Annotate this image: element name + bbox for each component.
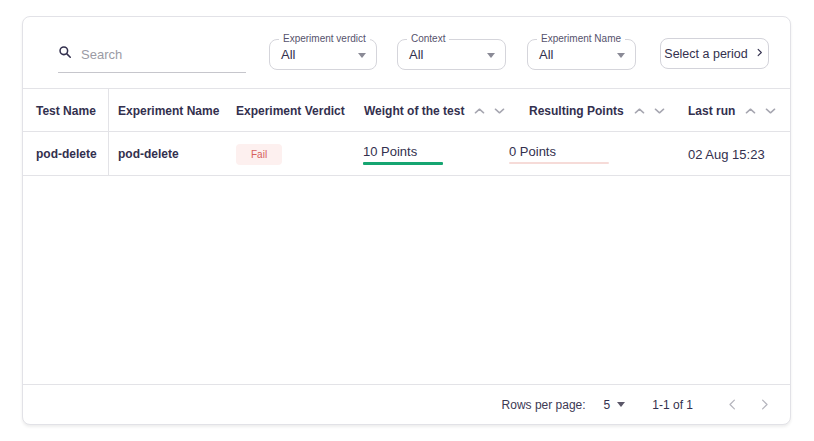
select-period-label: Select a period: [664, 47, 747, 61]
column-header-experiment-name: Experiment Name: [118, 89, 219, 132]
weight-progress-bar: [363, 162, 443, 165]
weight-value: 10 Points: [363, 144, 443, 159]
caret-down-icon: [487, 53, 495, 58]
rows-per-page-select[interactable]: 5: [604, 398, 626, 412]
cell-experiment-name: pod-delete: [118, 132, 179, 176]
cell-weight: 10 Points: [363, 132, 443, 176]
previous-page-button[interactable]: [723, 395, 742, 414]
column-header-last-run: Last run: [688, 89, 776, 132]
cell-test-name: pod-delete: [36, 132, 97, 176]
sort-descending-icon[interactable]: [765, 107, 776, 115]
page: Experiment verdict All Context All Exper…: [0, 0, 814, 441]
next-page-button[interactable]: [755, 395, 774, 414]
context-select-value: All: [409, 40, 423, 69]
table-row[interactable]: pod-delete pod-delete Fail 10 Points 0 P…: [23, 132, 790, 176]
column-header-weight-label: Weight of the test: [364, 104, 464, 118]
resulting-points-sorters: [634, 107, 665, 115]
page-range-label: 1-1 of 1: [652, 398, 693, 412]
sort-ascending-icon[interactable]: [474, 107, 485, 115]
experiment-verdict-select-value: All: [281, 40, 295, 69]
sort-descending-icon[interactable]: [494, 107, 505, 115]
first-column-divider: [108, 89, 109, 176]
resulting-points-track-bar: [509, 162, 609, 164]
resulting-points-value: 0 Points: [509, 144, 609, 159]
last-run-sorters: [745, 107, 776, 115]
sort-ascending-icon[interactable]: [745, 107, 756, 115]
cell-last-run: 02 Aug 15:23: [688, 132, 765, 176]
verdict-fail-badge: Fail: [236, 144, 282, 165]
column-header-resulting-points: Resulting Points: [529, 89, 665, 132]
sort-ascending-icon[interactable]: [634, 107, 645, 115]
column-header-weight: Weight of the test: [364, 89, 505, 132]
rows-per-page-label: Rows per page:: [502, 398, 586, 412]
table-header-row: Test Name Experiment Name Experiment Ver…: [23, 89, 790, 132]
pager: [723, 395, 774, 414]
experiment-name-select[interactable]: Experiment Name All: [527, 39, 636, 70]
chevron-right-icon: [757, 397, 772, 412]
caret-down-icon: [358, 53, 366, 58]
experiment-verdict-select[interactable]: Experiment verdict All: [269, 39, 377, 70]
search-icon: [58, 45, 72, 63]
cell-resulting-points: 0 Points: [509, 132, 609, 176]
sort-descending-icon[interactable]: [654, 107, 665, 115]
experiment-name-select-value: All: [539, 40, 553, 69]
chevron-left-icon: [725, 397, 740, 412]
column-header-last-run-label: Last run: [688, 104, 735, 118]
column-header-resulting-points-label: Resulting Points: [529, 104, 624, 118]
column-header-test-name: Test Name: [36, 89, 96, 132]
context-select[interactable]: Context All: [397, 39, 506, 70]
search-input[interactable]: [81, 47, 231, 62]
caret-down-icon: [617, 402, 625, 407]
chevron-right-icon: [754, 47, 765, 61]
pagination-footer: Rows per page: 5 1-1 of 1: [23, 384, 790, 424]
weight-sorters: [474, 107, 505, 115]
select-period-button[interactable]: Select a period: [660, 38, 769, 69]
rows-per-page-value: 5: [604, 398, 611, 412]
experiment-results-card: Experiment verdict All Context All Exper…: [22, 16, 791, 425]
column-header-experiment-verdict: Experiment Verdict: [236, 89, 345, 132]
cell-experiment-verdict: Fail: [236, 132, 282, 176]
filter-bar: Experiment verdict All Context All Exper…: [23, 17, 790, 89]
search-field[interactable]: [58, 45, 246, 73]
caret-down-icon: [617, 53, 625, 58]
